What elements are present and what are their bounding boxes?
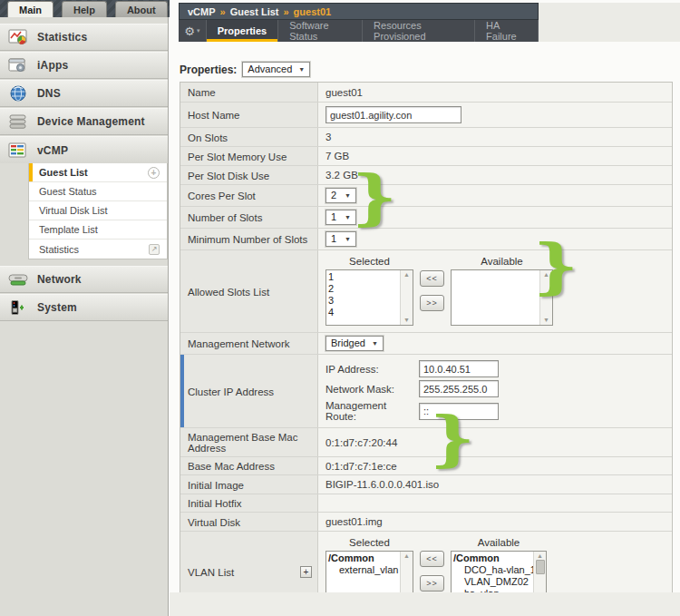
available-header: Available — [451, 255, 553, 269]
vcmp-guest-properties-screen: Main Help About Statistics iApps DNS — [0, 0, 680, 616]
sidebar-item-template-list[interactable]: Template List — [29, 220, 167, 240]
scroll-up-icon[interactable]: ▲ — [537, 552, 543, 560]
row-label: Base Mac Address — [188, 461, 275, 472]
popup-launch-icon[interactable]: ↗ — [149, 244, 160, 255]
chevron-down-icon: ▼ — [345, 236, 351, 242]
tab-ha-failure[interactable]: HA Failure — [475, 20, 539, 42]
row-per-slot-disk: Per Slot Disk Use 3.2 GB — [180, 166, 672, 185]
move-to-selected-button[interactable]: << — [420, 551, 444, 567]
sidebar-item-vcmp[interactable]: vCMP — [0, 136, 168, 163]
system-icon — [7, 298, 29, 317]
ip-address-input[interactable] — [419, 360, 499, 377]
tab-main[interactable]: Main — [7, 1, 53, 17]
vcmp-icon — [7, 142, 29, 160]
move-to-available-button[interactable]: >> — [420, 295, 444, 311]
add-guest-icon[interactable]: + — [148, 167, 160, 179]
tab-resources-provisioned[interactable]: Resources Provisioned — [363, 20, 475, 42]
sidebar-item-guest-list[interactable]: Guest List + — [29, 163, 167, 182]
dns-globe-icon — [7, 84, 29, 103]
scrollbar-thumb[interactable] — [536, 560, 545, 574]
tab-software-status[interactable]: Software Status — [278, 20, 363, 42]
list-item[interactable]: 3 — [328, 295, 398, 307]
content-tab-bar: ⚙ ▾ Properties Software Status Resources… — [179, 20, 539, 42]
available-header: Available — [451, 536, 547, 551]
per-slot-disk-value: 3.2 GB — [325, 170, 358, 181]
scroll-up-icon[interactable]: ▲ — [403, 271, 410, 279]
move-to-selected-button[interactable]: << — [420, 270, 444, 287]
sidebar-item-label: Statistics — [37, 31, 87, 44]
allowed-slots-selected-listbox[interactable]: 1 2 3 4 ▲ ▼ — [325, 269, 413, 326]
base-mac-value: 0:1:d7:c7:1e:ce — [325, 461, 397, 472]
sidebar-item-iapps[interactable]: iApps — [0, 52, 168, 79]
row-label: Number of Slots — [188, 212, 262, 223]
management-base-mac-value: 0:1:d7:c7:20:44 — [325, 437, 397, 448]
row-label: Per Slot Memory Use — [188, 152, 287, 162]
tab-properties[interactable]: Properties — [207, 20, 278, 42]
row-label: Initial Image — [188, 480, 244, 491]
sidebar-item-guest-status[interactable]: Guest Status — [29, 182, 167, 201]
sidebar-item-label: vCMP — [37, 144, 68, 157]
chevron-down-icon: ▼ — [372, 340, 378, 347]
list-item[interactable]: 1 — [328, 271, 398, 283]
scroll-up-icon[interactable]: ▲ — [543, 271, 549, 279]
breadcrumb-vcmp[interactable]: vCMP — [188, 6, 216, 17]
sidebar-item-statistics[interactable]: Statistics — [0, 24, 168, 51]
row-cores-per-slot: Cores Per Slot 2 ▼ — [180, 185, 672, 207]
scroll-down-icon[interactable]: ▼ — [403, 317, 410, 324]
list-item[interactable]: external_vlan — [328, 564, 398, 576]
row-management-base-mac: Management Base Mac Address 0:1:d7:c7:20… — [180, 428, 672, 457]
management-route-label: Management Route: — [325, 400, 419, 422]
cores-per-slot-select[interactable]: 2 ▼ — [325, 188, 356, 203]
listbox-scrollbar[interactable]: ▲ ▼ — [539, 270, 552, 325]
allowed-slots-available-listbox[interactable]: ▲ ▼ — [451, 269, 553, 326]
list-item[interactable]: 4 — [328, 307, 398, 318]
sidebar-item-label: System — [37, 301, 77, 314]
row-name: Name guest01 — [180, 83, 672, 103]
iapps-icon — [7, 56, 29, 74]
scroll-down-icon[interactable]: ▼ — [543, 317, 549, 324]
row-min-number-of-slots: Minimum Number of Slots 1 ▼ — [180, 229, 672, 250]
options-gear-menu[interactable]: ⚙ ▾ — [179, 20, 207, 42]
tab-help[interactable]: Help — [62, 1, 107, 17]
row-label: Management Network — [188, 338, 290, 349]
sidebar-item-vcmp-statistics[interactable]: Statistics ↗ — [29, 240, 167, 259]
network-mask-input[interactable] — [419, 380, 499, 397]
list-item[interactable]: VLAN_DMZ02 — [453, 576, 531, 588]
selected-header: Selected — [325, 255, 413, 269]
sidebar-item-label: iApps — [37, 59, 68, 72]
management-route-input[interactable] — [419, 403, 499, 420]
guest-properties-table: Name guest01 Host Name On Slots 3 Per Sl… — [180, 82, 673, 616]
row-base-mac: Base Mac Address 0:1:d7:c7:1e:ce — [180, 457, 672, 475]
vlan-list-expander-button[interactable]: + — [300, 566, 312, 578]
list-item[interactable]: 2 — [328, 283, 398, 295]
sidebar-item-dns[interactable]: DNS — [0, 80, 168, 107]
number-of-slots-select[interactable]: 1 ▼ — [325, 210, 356, 225]
host-name-input[interactable] — [325, 106, 461, 123]
breadcrumb: vCMP » Guest List » guest01 — [179, 3, 539, 20]
row-label: Cluster IP Address — [188, 386, 274, 397]
sidebar-item-system[interactable]: System — [0, 294, 168, 321]
sidebar-item-network[interactable]: Network — [0, 266, 168, 293]
list-item[interactable]: DCO_ha-vlan_164 — [453, 564, 531, 576]
row-label: Allowed Slots List — [188, 287, 269, 298]
selected-option: 1 — [331, 233, 336, 244]
sidebar-item-device-management[interactable]: Device Management — [0, 108, 168, 135]
selected-option: Advanced — [248, 64, 292, 74]
move-to-available-button[interactable]: >> — [420, 575, 444, 592]
min-number-of-slots-select[interactable]: 1 ▼ — [325, 231, 356, 247]
scroll-up-icon[interactable]: ▲ — [403, 552, 410, 560]
tab-about[interactable]: About — [115, 1, 168, 17]
sidebar-item-virtual-disk-list[interactable]: Virtual Disk List — [29, 201, 167, 220]
selected-option: 2 — [331, 190, 336, 200]
row-label: Cores Per Slot — [188, 191, 256, 201]
row-cluster-ip-address: Cluster IP Address IP Address: Network M… — [180, 355, 672, 428]
breadcrumb-separator: » — [283, 6, 288, 17]
listbox-scrollbar[interactable]: ▲ ▼ — [400, 270, 413, 325]
row-on-slots: On Slots 3 — [180, 128, 672, 147]
ip-address-label: IP Address: — [325, 364, 419, 375]
properties-mode-select[interactable]: Advanced ▼ — [242, 62, 310, 77]
management-network-select[interactable]: Bridged ▼ — [325, 336, 384, 351]
network-icon — [7, 270, 29, 288]
row-label: VLAN List — [188, 567, 234, 578]
breadcrumb-guest-list[interactable]: Guest List — [230, 6, 279, 17]
